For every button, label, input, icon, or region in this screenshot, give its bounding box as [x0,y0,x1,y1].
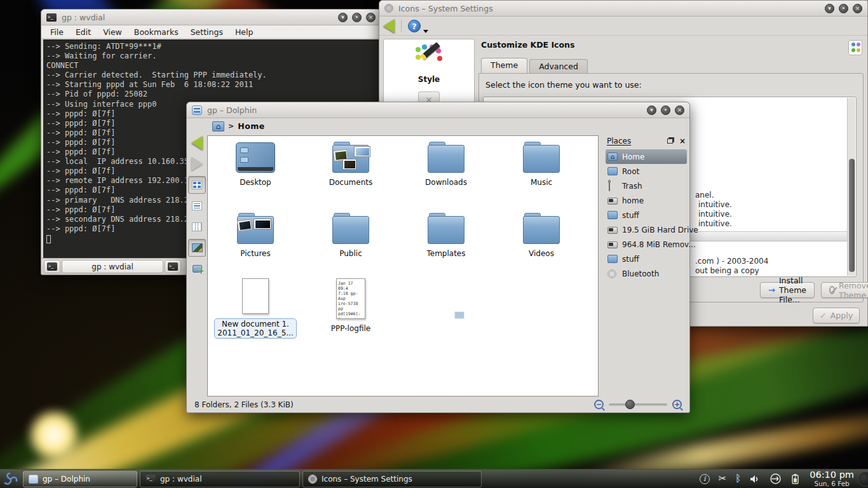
battery-icon[interactable] [790,473,801,485]
place-hard-drive[interactable]: 19.5 GiB Hard Drive [606,222,687,237]
zoom-slider[interactable] [609,403,667,406]
float-panel-icon[interactable] [667,139,673,144]
menu-view[interactable]: View [103,27,122,37]
panel-toolbox-icon[interactable] [858,471,868,487]
maximize-button[interactable]: • [352,13,362,22]
folder-item-documents[interactable]: Documents [306,141,395,187]
split-view-button[interactable] [188,260,206,278]
dolphin-window: gp – Dolphin ▾ • × ⌂ > Home Deskt [186,102,690,413]
folder-item-videos[interactable]: Videos [497,212,586,258]
dolphin-titlebar[interactable]: gp – Dolphin ▾ • × [187,102,689,118]
folder-icon [523,145,560,173]
notifications-icon[interactable]: i [700,474,710,484]
place-home-volume[interactable]: home [606,193,687,208]
maximize-button[interactable]: • [839,4,848,13]
minimize-button[interactable]: ▾ [338,13,348,22]
folder-item-downloads[interactable]: Downloads [402,141,491,187]
dolphin-statusbar: 8 Folders, 2 Files (3.3 KiB) − + [187,396,689,412]
menu-file[interactable]: File [50,27,64,37]
file-view[interactable]: Desktop Documents Downloads Music [207,135,599,396]
terminal-tab[interactable]: gp : wvdial [62,260,163,273]
theme-list-fragment: intuitive. [698,200,732,209]
zoom-in-icon[interactable]: + [672,400,682,409]
place-home[interactable]: ⌂ Home [606,149,687,164]
folder-item-desktop[interactable]: Desktop [211,141,300,187]
place-root[interactable]: Root [606,164,687,179]
chevron-down-icon[interactable] [423,30,428,33]
forward-button[interactable] [188,155,206,173]
klipper-scissors-icon[interactable]: ✂ [719,474,727,484]
minimize-button[interactable]: ▾ [825,4,834,13]
toolbar-separator [401,20,402,32]
system-settings-title: Icons – System Settings [398,4,820,13]
menu-bookmarks[interactable]: Bookmarks [134,27,179,37]
split-view-icon [193,265,202,273]
install-theme-button[interactable]: → Install Theme File... [760,282,815,298]
close-button[interactable]: × [675,105,684,115]
gear-icon [607,269,616,278]
maximize-button[interactable]: • [661,105,670,115]
menu-help[interactable]: Help [235,27,254,37]
style-category-icon[interactable] [414,44,444,74]
terminal-menubar: File Edit View Bookmarks Settings Help [41,25,381,39]
minimize-button[interactable]: ▾ [647,105,656,115]
apply-button[interactable]: ✓ Apply [813,308,860,323]
sidebar-item-style[interactable]: Style [384,75,474,84]
icons-view-button[interactable] [188,176,206,194]
folder-icon [607,211,618,219]
drive-icon [607,241,618,248]
system-tray: i ✂ ᛒ [695,473,806,485]
zoom-out-icon[interactable]: − [594,400,604,409]
tab-list-button[interactable]: >_ [165,260,181,273]
scrollbar-thumb[interactable] [849,159,855,272]
theme-list-fragment: intuitive. [698,219,732,228]
new-tab-button[interactable]: >_ [44,260,60,273]
tab-theme[interactable]: Theme [481,58,527,74]
back-button[interactable] [188,134,206,152]
status-text: 8 Folders, 2 Files (3.3 KiB) [194,400,594,409]
help-icon[interactable]: ? [408,20,421,32]
remove-theme-button[interactable]: Remove Theme [821,282,868,298]
place-stuff[interactable]: stuff [606,208,687,222]
terminal-titlebar[interactable]: >_ gp : wvdial ▾ • × [41,10,381,25]
system-settings-titlebar[interactable]: Icons – System Settings ▾ • × [379,1,867,17]
scrollbar[interactable] [847,98,855,276]
details-view-button[interactable] [188,197,206,215]
folder-item-music[interactable]: Music [497,141,586,187]
tab-advanced[interactable]: Advanced [529,59,588,74]
file-item-new-document[interactable]: New document 1. 2011_01_20_16_5... [211,277,300,339]
taskbar-item-wvdial[interactable]: >_ gp : wvdial [140,471,300,487]
app-launcher-button[interactable] [0,470,22,488]
dolphin-icon [29,475,38,484]
back-arrow-icon[interactable] [383,19,395,33]
close-panel-icon[interactable]: × [679,137,686,146]
home-folder-icon[interactable]: ⌂ [212,121,224,132]
folder-icon [428,145,465,173]
columns-view-button[interactable] [188,218,206,236]
preview-toggle-button[interactable] [188,239,206,257]
usb-device-icon[interactable] [770,473,782,484]
folder-item-pictures[interactable]: Pictures [211,212,300,258]
close-button[interactable]: × [366,13,376,22]
menu-settings[interactable]: Settings [191,27,223,37]
system-settings-toolbar: ? [379,17,867,36]
folder-item-public[interactable]: Public [306,212,395,258]
terminal-cursor [46,235,51,243]
close-button[interactable]: × [853,4,862,13]
folder-item-templates[interactable]: Templates [402,212,491,258]
page-title: Customize KDE Icons [481,40,574,50]
bluetooth-icon[interactable]: ᛒ [735,474,741,484]
taskbar-item-dolphin[interactable]: gp – Dolphin [23,471,137,487]
place-stuff-2[interactable]: stuff [606,252,687,266]
place-removable[interactable]: 964.8 MiB Remov... [606,237,687,252]
taskbar-item-system-settings[interactable]: Icons – System Settings [302,471,482,487]
zoom-slider-knob[interactable] [625,400,635,409]
overview-grid-icon[interactable] [848,40,862,55]
clock[interactable]: 06:10 pm Sun, 6 Feb [806,470,858,487]
breadcrumb-home[interactable]: Home [238,121,265,131]
file-item-ppp-logfile[interactable]: Jan 17 09:4 7:18 gp-Asp ire-5738 pp pd[1… [306,277,395,333]
place-trash[interactable]: Trash [606,179,687,193]
menu-edit[interactable]: Edit [76,27,91,37]
place-bluetooth[interactable]: Bluetooth [606,266,687,281]
volume-icon[interactable] [750,474,761,484]
